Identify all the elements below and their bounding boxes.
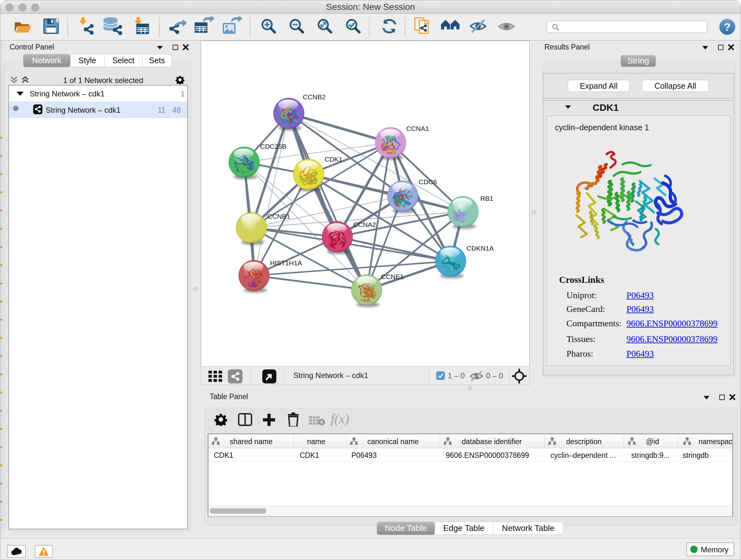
svg-text:CCNE1: CCNE1 [381, 273, 404, 280]
svg-text:CCNA2: CCNA2 [353, 221, 376, 228]
svg-text:CDKN1A: CDKN1A [467, 245, 494, 252]
svg-text:CDC25B: CDC25B [260, 143, 286, 150]
svg-text:CDC6: CDC6 [419, 178, 437, 186]
svg-text:CCNA1: CCNA1 [406, 125, 429, 132]
svg-text:CCNB2: CCNB2 [303, 93, 326, 101]
svg-text:RB1: RB1 [480, 195, 493, 202]
svg-text:HIST1H1A: HIST1H1A [270, 259, 302, 266]
svg-text:CCNB1: CCNB1 [267, 212, 290, 220]
svg-text:CDK1: CDK1 [325, 155, 342, 163]
